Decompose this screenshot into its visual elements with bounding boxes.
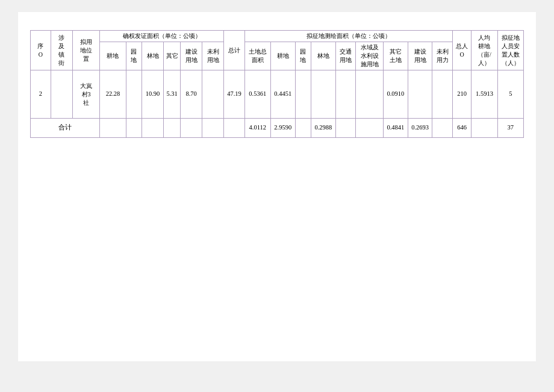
cultivated-header: 耕地 (100, 42, 126, 70)
other2-header: 其它土地 (384, 42, 408, 70)
row-traffic (335, 70, 356, 119)
total-relocate: 37 (497, 119, 523, 138)
forest-header: 林地 (142, 42, 164, 70)
row-seq: 2 (31, 70, 51, 119)
row-unused2 (432, 70, 453, 119)
cultivated2-header: 耕地 (270, 42, 295, 70)
total-other1 (164, 119, 181, 138)
total-other2: 0.4841 (384, 119, 408, 138)
total-garden (126, 119, 142, 138)
row-garden (126, 70, 142, 119)
garden-header: 园地 (126, 42, 142, 70)
total-forest2: 0.2988 (311, 119, 336, 138)
row-land-total: 0.5361 (244, 70, 270, 119)
total-cultivated (100, 119, 126, 138)
row-other1: 5.31 (164, 70, 181, 119)
table-row: 2 大岚村3社 22.28 10.90 5.31 8.70 47.19 0.53… (31, 70, 524, 119)
other1-header: 其它 (164, 42, 181, 70)
total-subtotal (224, 119, 244, 138)
total-land-area: 4.0112 (244, 119, 270, 138)
total-avg (472, 119, 497, 138)
subtotal-header: 总计 (224, 31, 244, 70)
total-garden2 (295, 119, 311, 138)
unused2-header: 未利用力 (432, 42, 453, 70)
row-total-people: 210 (453, 70, 472, 119)
total-cultivated2: 2.9590 (270, 119, 295, 138)
total-traffic (335, 119, 356, 138)
page: 序O 涉及镇街 拟用地位置 确权发证面积（单位：公顷） 总计 拟征地测绘面积（单… (18, 12, 536, 361)
totals-row: 合计 4.0112 2.9590 0.2988 0.4841 0.2693 64… (31, 119, 524, 138)
total-construction2: 0.2693 (408, 119, 432, 138)
row-forest2 (311, 70, 336, 119)
total-people: 646 (453, 119, 472, 138)
total-unused (202, 119, 224, 138)
forest2-header: 林地 (311, 42, 336, 70)
row-subtotal: 47.19 (224, 70, 244, 119)
row-other2: 0.0910 (384, 70, 408, 119)
totals-label: 合计 (31, 119, 100, 138)
row-water (356, 70, 384, 119)
land-total-header: 土地总面积 (244, 42, 270, 70)
group2-header: 拟征地测绘面积（单位：公顷） (244, 31, 452, 42)
total-forest (142, 119, 164, 138)
total-water (356, 119, 384, 138)
group1-header: 确权发证面积（单位：公顷） (100, 31, 224, 42)
proposed-relocate-header: 拟征地人员安置人数（人） (497, 31, 523, 70)
row-forest: 10.90 (142, 70, 164, 119)
row-unused (202, 70, 224, 119)
row-location (51, 70, 72, 119)
total-people-header: 总人O (453, 31, 472, 70)
garden2-header: 园地 (295, 42, 311, 70)
seq-header: 序O (31, 31, 51, 70)
row-proposed-relocate: 5 (497, 70, 523, 119)
location-header: 涉及镇街 (51, 31, 72, 70)
construction2-header: 建设用地 (408, 42, 432, 70)
water-header: 水域及水利设施用地 (356, 42, 384, 70)
total-unused2 (432, 119, 453, 138)
construction-header: 建设用地 (181, 42, 202, 70)
row-construction: 8.70 (181, 70, 202, 119)
row-proposed-location: 大岚村3社 (72, 70, 100, 119)
row-construction2 (408, 70, 432, 119)
traffic-header: 交通用地 (335, 42, 356, 70)
avg-cultivated-header: 人均耕地（亩/人） (472, 31, 497, 70)
unused-header: 未利用地 (202, 42, 224, 70)
total-construction (181, 119, 202, 138)
main-table: 序O 涉及镇街 拟用地位置 确权发证面积（单位：公顷） 总计 拟征地测绘面积（单… (30, 30, 524, 138)
proposed-location-header: 拟用地位置 (72, 31, 100, 70)
row-avg-cultivated: 1.5913 (472, 70, 497, 119)
row-cultivated: 22.28 (100, 70, 126, 119)
row-cultivated2: 0.4451 (270, 70, 295, 119)
row-garden2 (295, 70, 311, 119)
